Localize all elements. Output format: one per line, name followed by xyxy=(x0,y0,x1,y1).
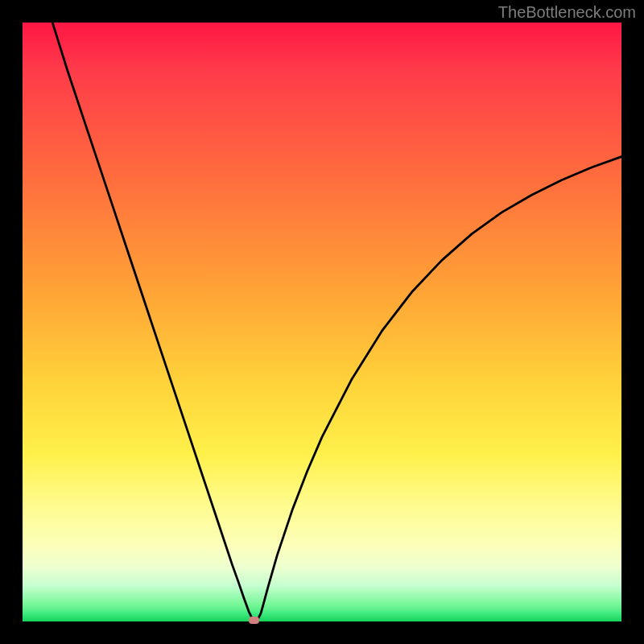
plot-area xyxy=(23,23,621,621)
watermark-text: TheBottleneck.com xyxy=(498,3,636,22)
chart-frame: TheBottleneck.com xyxy=(0,0,644,644)
optimal-marker xyxy=(249,617,259,624)
green-baseline xyxy=(23,611,621,621)
